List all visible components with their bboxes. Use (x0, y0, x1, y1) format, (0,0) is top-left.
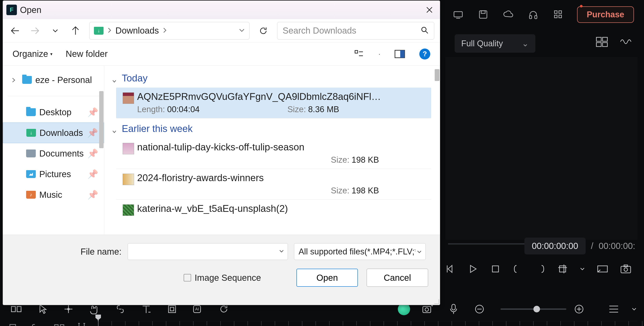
ruler-minor-tick (560, 321, 561, 325)
file-item[interactable]: national-tulip-day-kicks-off-tulip-seaso… (116, 138, 431, 169)
chevron-right-icon[interactable] (163, 27, 167, 34)
step-back-icon[interactable] (446, 262, 456, 276)
apps-icon[interactable] (552, 8, 564, 21)
timeline-ruler[interactable]: 00:0000:00:05:0000:00:10:0000:00:15:0000… (98, 321, 638, 326)
app-icon: F (6, 5, 17, 15)
file-item[interactable]: AQNzE5PRmvGQVuGfaYFgnV_QA9lDbmlcZ8aq6iNF… (116, 88, 431, 118)
dialog-titlebar[interactable]: F Open (3, 1, 440, 19)
ruler-minor-tick (492, 321, 493, 325)
tree-item-pictures[interactable]: Pictures 📌 (3, 164, 104, 184)
tree-item-desktop[interactable]: Desktop 📌 (3, 102, 104, 123)
quality-dropdown[interactable]: Full Quality ⌄ (455, 34, 536, 53)
expand-icon[interactable] (12, 75, 19, 85)
cloud-icon[interactable] (502, 8, 514, 21)
tree-label: Documents (39, 149, 84, 159)
stop-icon[interactable] (490, 262, 501, 276)
svg-rect-22 (17, 306, 21, 312)
ruler-minor-tick (615, 321, 615, 325)
filetype-filter[interactable]: All supported files(*.MP4;*.FLV;*. (294, 243, 426, 260)
chain-icon[interactable] (30, 321, 44, 326)
screen-icon[interactable] (452, 8, 464, 21)
group-header-earlier[interactable]: Earlier this week (112, 123, 431, 134)
search-icon[interactable] (421, 26, 429, 35)
svg-line-48 (426, 31, 428, 33)
filename-input[interactable] (128, 243, 288, 260)
file-name: national-tulip-day-kicks-off-tulip-seaso… (137, 142, 427, 153)
open-button[interactable]: Open (296, 269, 358, 287)
refresh-button[interactable] (257, 24, 270, 37)
meta-size-value: 198 KB (352, 186, 379, 195)
mark-out-icon[interactable] (535, 262, 546, 276)
ruler-tick (234, 321, 234, 326)
snapshot-icon[interactable] (620, 262, 632, 276)
file-item[interactable]: 2024-floristry-awards-winners Size:198 K… (116, 169, 431, 200)
quality-label: Full Quality (461, 39, 503, 48)
pin-icon[interactable]: 📌 (87, 148, 98, 159)
tree-item-personal[interactable]: eze - Personal (3, 70, 104, 90)
nav-recent-button[interactable] (49, 24, 62, 37)
tracks-icon[interactable] (605, 302, 622, 316)
chevron-down-icon[interactable] (415, 247, 422, 256)
pin-icon[interactable]: 📌 (87, 169, 98, 179)
tree-scrollbar[interactable] (99, 91, 104, 148)
address-dropdown-button[interactable] (239, 27, 245, 34)
ruler-tick (370, 321, 370, 326)
waveform-icon[interactable] (618, 35, 634, 48)
meta-size-label: Size: (331, 186, 349, 195)
file-name: katerina-w_vbE_t5aEq-unsplash(2) (137, 203, 427, 214)
chevron-down-icon[interactable] (279, 248, 284, 255)
breadcrumb-label[interactable]: Downloads (116, 26, 159, 36)
headphones-icon[interactable] (527, 8, 539, 21)
timecode-display: 00:00:00:00 / 00:00:00: (524, 237, 635, 254)
mark-in-icon[interactable] (512, 262, 523, 276)
nav-forward-button[interactable] (29, 24, 42, 37)
resize-grip[interactable] (433, 298, 439, 304)
play-icon[interactable] (468, 262, 478, 276)
zoom-in-icon[interactable] (570, 302, 588, 316)
pin-icon[interactable]: 📌 (87, 107, 98, 117)
preview-pane-button[interactable] (394, 48, 406, 60)
tree-item-downloads[interactable]: Downloads 📌 (3, 123, 104, 143)
group-icon[interactable] (8, 321, 21, 326)
address-bar[interactable]: Downloads (89, 22, 250, 40)
timecode-current[interactable]: 00:00:00:00 (524, 237, 586, 254)
layout-grid-icon[interactable] (594, 35, 610, 48)
tree-item-music[interactable]: ♪ Music 📌 (3, 184, 104, 205)
ruler-minor-tick (275, 321, 275, 325)
organize-button[interactable]: Organize▾ (12, 49, 52, 59)
aspect-icon[interactable] (597, 262, 608, 276)
ruler-minor-tick (288, 321, 289, 325)
filelist-scrollbar[interactable] (435, 69, 440, 81)
svg-rect-6 (554, 11, 557, 14)
cancel-button[interactable]: Cancel (367, 269, 428, 287)
file-item[interactable]: katerina-w_vbE_t5aEq-unsplash(2) (116, 200, 431, 218)
image-sequence-checkbox[interactable]: Image Sequence (184, 273, 261, 283)
group-header-today[interactable]: Today (112, 73, 431, 84)
help-button[interactable]: ? (419, 49, 430, 60)
preview-scrubber[interactable] (448, 243, 534, 244)
meta-length-label: Length: (137, 105, 165, 114)
close-button[interactable] (419, 1, 440, 19)
chevron-down-icon[interactable] (580, 262, 585, 276)
split-icon[interactable] (53, 321, 66, 326)
pin-icon[interactable]: 📌 (87, 190, 98, 200)
search-box[interactable] (277, 22, 434, 40)
zoom-slider-knob[interactable] (534, 306, 540, 312)
magnet-icon[interactable] (75, 321, 88, 326)
group-label: Earlier this week (122, 123, 193, 134)
chevron-down-icon[interactable] (631, 302, 638, 316)
tree-item-documents[interactable]: Documents 📌 (3, 143, 104, 164)
purchase-button[interactable]: Purchase (577, 6, 634, 23)
new-folder-button[interactable]: New folder (66, 49, 108, 59)
save-icon[interactable] (477, 8, 489, 21)
search-input[interactable] (282, 26, 429, 36)
checkbox-icon[interactable] (184, 274, 191, 281)
view-mode-button[interactable] (352, 48, 365, 60)
crop-icon[interactable] (557, 262, 568, 276)
nav-up-button[interactable] (69, 24, 82, 37)
pin-icon[interactable]: 📌 (87, 128, 98, 138)
nav-back-button[interactable] (8, 24, 21, 37)
zoom-out-icon[interactable] (471, 302, 488, 316)
zoom-slider[interactable] (500, 308, 566, 310)
mic-icon[interactable] (445, 302, 462, 316)
